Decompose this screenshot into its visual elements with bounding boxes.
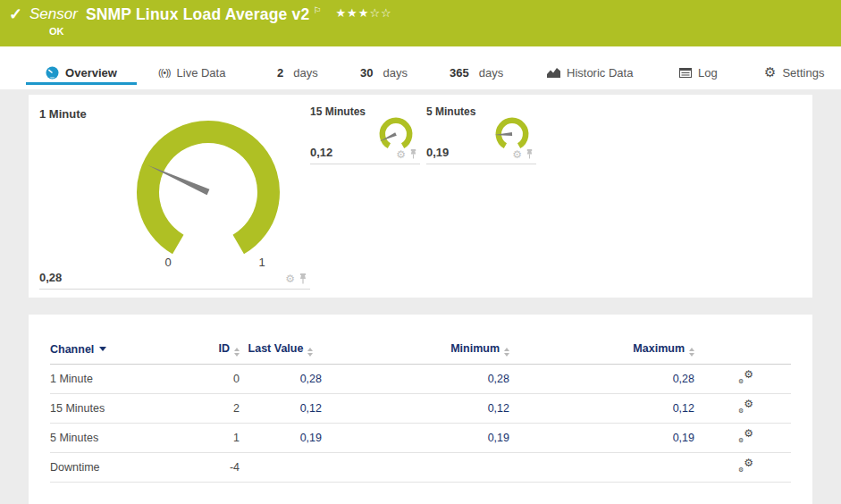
gauge-title: 5 Minutes (426, 105, 475, 118)
status-ok-check-icon: ✓ (9, 4, 22, 24)
gauge-pin-icon[interactable] (299, 273, 307, 284)
sort-header-channel[interactable]: Channel (50, 341, 175, 365)
gauge-tile-15-minutes: 15 Minutes 0,12 ⚙ (310, 100, 420, 164)
cell-val (240, 453, 322, 483)
sort-icon (504, 348, 509, 357)
channels-card: Channel ID Last Value Minimum Maximum (29, 315, 812, 504)
tab-live-data[interactable]: ((•))Live Data (158, 46, 225, 89)
channels-table: Channel ID Last Value Minimum Maximum (50, 341, 791, 483)
gauge-value: 0,19 (426, 146, 449, 159)
channel-settings-icon[interactable]: ⚙⚙ (738, 459, 753, 473)
gauge-title: 15 Minutes (310, 105, 366, 118)
gauge-scale-min: 0 (161, 256, 175, 269)
tab-label: days (479, 66, 503, 80)
tab-bar: Overview((•))Live Data2days30days365days… (0, 46, 841, 89)
sensor-kind-label: Sensor (29, 4, 78, 24)
channel-settings-icon[interactable]: ⚙⚙ (738, 430, 753, 443)
cell-id: 1 (175, 424, 240, 453)
cell-id: -4 (175, 453, 240, 483)
cell-channel: 5 Minutes (50, 424, 175, 453)
historic-data-icon (547, 67, 560, 78)
tab-overview[interactable]: Overview (26, 46, 137, 89)
priority-stars[interactable]: ★★★☆☆ (335, 6, 391, 20)
gauge-pin-icon[interactable] (526, 149, 534, 159)
cell-val: 0,28 (322, 365, 509, 394)
tab-30-days[interactable]: 30days (360, 46, 408, 89)
cell-val: 0,12 (509, 394, 694, 424)
sort-header-last-value[interactable]: Last Value (240, 341, 322, 365)
sensor-status-bar: ✓ Sensor SNMP Linux Load Average v2 ⚐ ★★… (0, 0, 841, 46)
tab-label: days (293, 66, 317, 80)
cell-id: 2 (175, 394, 240, 424)
settings-gear-icon: ⚙ (764, 66, 776, 79)
cell-val: 0,12 (240, 394, 322, 424)
tab-label: Historic Data (567, 66, 633, 80)
sort-header-maximum[interactable]: Maximum (509, 341, 694, 365)
page-content: 1 Minute 0 1 0,28 ⚙ 15 Minutes 0,12 ⚙ (0, 89, 841, 504)
gauge-scale-max: 1 (255, 256, 269, 269)
channel-settings-icon[interactable]: ⚙⚙ (738, 371, 753, 384)
gauge-settings-gear-icon[interactable]: ⚙ (396, 150, 406, 159)
gauge-title: 1 Minute (39, 107, 87, 121)
sensor-status-text: OK (49, 26, 64, 37)
tab-settings[interactable]: ⚙Settings (764, 46, 824, 89)
cell-val: 0,12 (322, 394, 509, 424)
tab-log[interactable]: Log (679, 46, 718, 89)
channel-row-downtime: Downtime-4⚙⚙ (50, 453, 791, 483)
gauge-pin-icon[interactable] (409, 149, 417, 159)
tab-365-days[interactable]: 365days (450, 46, 503, 89)
cell-channel: 1 Minute (50, 365, 175, 394)
sort-icon (234, 348, 240, 357)
tab-label: Overview (65, 66, 117, 80)
gauge-value: 0,28 (39, 271, 62, 284)
sensor-title: SNMP Linux Load Average v2 (86, 4, 310, 24)
cell-val: 0,19 (509, 424, 694, 453)
cell-val: 0,19 (322, 424, 509, 453)
cell-val (322, 453, 509, 483)
flag-icon[interactable]: ⚐ (313, 5, 321, 15)
cell-id: 0 (175, 365, 240, 394)
cell-val: 0,28 (509, 365, 694, 394)
tab-label: Live Data (177, 66, 226, 80)
sort-icon (307, 348, 313, 357)
cell-val: 0,28 (240, 365, 322, 394)
tab-label: days (383, 66, 407, 80)
gauge-icon (46, 66, 59, 80)
tab-historic-data[interactable]: Historic Data (547, 46, 633, 89)
cell-val: 0,19 (240, 424, 322, 453)
live-data-icon: ((•)) (158, 67, 171, 78)
channel-row-15-minutes: 15 Minutes20,120,120,12⚙⚙ (50, 394, 791, 424)
tab-label: Log (698, 66, 718, 80)
gauge-value: 0,12 (310, 146, 332, 159)
sort-header-id[interactable]: ID (175, 341, 240, 365)
tab-number: 30 (360, 66, 373, 80)
log-icon (679, 68, 692, 78)
channel-row-1-minute: 1 Minute00,280,280,28⚙⚙ (50, 365, 791, 394)
cell-val (509, 453, 694, 483)
tab-number: 2 (277, 66, 283, 80)
sort-icon (689, 348, 694, 357)
sort-header-minimum[interactable]: Minimum (322, 341, 509, 365)
gauge-tile-5-minutes: 5 Minutes 0,19 ⚙ (426, 100, 536, 164)
tab-2-days[interactable]: 2days (277, 46, 318, 89)
sort-desc-icon (99, 347, 106, 351)
tab-number: 365 (450, 66, 469, 80)
gauge-tile-1-minute: 1 Minute 0 1 0,28 ⚙ (39, 100, 310, 290)
cell-channel: 15 Minutes (50, 394, 175, 424)
cell-channel: Downtime (50, 453, 175, 483)
tab-label: Settings (782, 66, 824, 80)
gauge-settings-gear-icon[interactable]: ⚙ (285, 274, 295, 283)
channel-settings-icon[interactable]: ⚙⚙ (738, 400, 753, 414)
channel-row-5-minutes: 5 Minutes10,190,190,19⚙⚙ (50, 424, 791, 453)
gauges-card: 1 Minute 0 1 0,28 ⚙ 15 Minutes 0,12 ⚙ (29, 95, 812, 298)
gauge-settings-gear-icon[interactable]: ⚙ (512, 150, 522, 159)
